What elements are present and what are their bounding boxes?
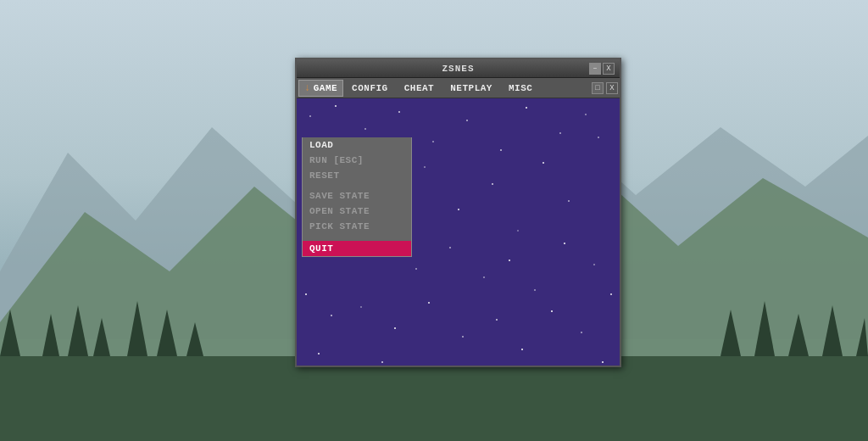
title-controls: – X [589, 63, 615, 75]
star [318, 353, 320, 354]
star [559, 132, 561, 134]
menu-bar: ↓ GAME CONFIG CHEAT NETPLAY MISC □ X [297, 78, 620, 98]
star [432, 141, 434, 142]
star [521, 349, 523, 350]
menu-item-game[interactable]: ↓ GAME [298, 80, 343, 97]
star [428, 302, 430, 304]
close-button[interactable]: X [603, 63, 615, 75]
star [331, 315, 332, 316]
star [496, 319, 498, 321]
star [415, 268, 417, 270]
star [458, 209, 459, 210]
star [309, 115, 311, 117]
star [610, 293, 612, 295]
star [360, 306, 362, 308]
star [509, 260, 510, 261]
dropdown-save-state[interactable]: SAVE STATE [303, 188, 411, 204]
star [564, 243, 565, 244]
zsnes-window: ZSNES – X ↓ GAME CONFIG CHEAT NETPLAY MI… [295, 58, 621, 367]
star [394, 327, 396, 329]
star [581, 332, 582, 333]
svg-marker-3 [0, 356, 868, 441]
dropdown-pick-state[interactable]: PICK STATE [303, 219, 411, 234]
dropdown-open-state[interactable]: OPEN STATE [303, 204, 411, 219]
star [534, 289, 536, 291]
dropdown-separator-2 [303, 234, 411, 239]
star [500, 149, 502, 151]
dropdown-run[interactable]: RUN [ESC] [303, 153, 411, 168]
game-dropdown: LOAD RUN [ESC] RESET SAVE STATE OPEN STA… [302, 137, 412, 257]
star [483, 276, 485, 278]
star [542, 162, 544, 164]
star [517, 230, 519, 232]
star [526, 107, 527, 109]
arrow-icon: ↓ [304, 82, 311, 94]
star [424, 166, 426, 168]
content-area: ↖ LOAD RUN [ESC] RESET SAVE STATE OPEN S… [297, 98, 620, 366]
dropdown-load[interactable]: LOAD [303, 137, 411, 153]
star [593, 264, 595, 265]
menu-item-netplay[interactable]: NETPLAY [442, 81, 500, 96]
dropdown-reset[interactable]: RESET [303, 168, 411, 183]
dropdown-quit[interactable]: QUIT [303, 241, 411, 256]
menu-item-cheat[interactable]: CHEAT [397, 81, 442, 96]
star [466, 120, 468, 121]
star [462, 336, 464, 338]
menu-close-button[interactable]: X [606, 82, 618, 94]
star [381, 361, 383, 363]
star [585, 114, 587, 115]
menu-item-config[interactable]: CONFIG [344, 81, 396, 96]
star [492, 183, 493, 185]
minimize-button[interactable]: – [589, 63, 601, 75]
star [449, 247, 451, 248]
menu-item-misc[interactable]: MISC [501, 81, 540, 96]
window-title: ZSNES [327, 64, 589, 74]
star [568, 200, 570, 202]
menu-minimize-button[interactable]: □ [592, 82, 604, 94]
star [598, 137, 599, 138]
star [335, 105, 337, 107]
menu-game-label: GAME [314, 83, 337, 93]
star [551, 310, 553, 312]
star [305, 293, 307, 295]
title-bar: ZSNES – X [297, 59, 620, 78]
star [364, 128, 366, 130]
star [602, 361, 604, 363]
star [398, 111, 400, 113]
